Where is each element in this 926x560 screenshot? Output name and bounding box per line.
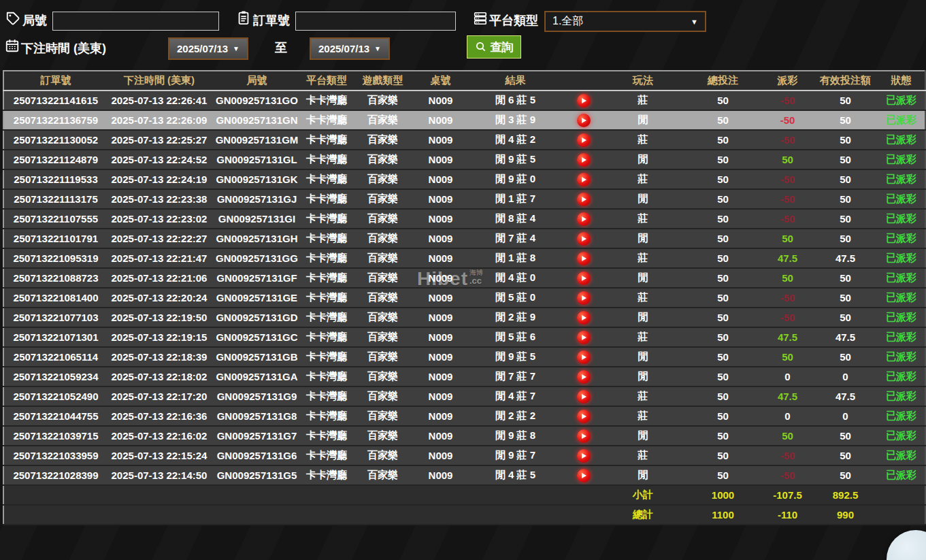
cell-table-no: N009 bbox=[415, 268, 466, 288]
table-row[interactable]: 250713221065114 2025-07-13 22:18:39 GN00… bbox=[3, 347, 925, 367]
play-replay-icon[interactable] bbox=[577, 232, 591, 246]
search-button[interactable]: 查詢 bbox=[467, 35, 521, 59]
play-replay-icon[interactable] bbox=[577, 252, 591, 265]
play-replay-icon[interactable] bbox=[577, 311, 591, 325]
status-badge: 已派彩 bbox=[878, 189, 925, 209]
grand-total-row: 總計 1100 -110 990 bbox=[3, 505, 925, 525]
play-replay-icon[interactable] bbox=[577, 133, 591, 147]
cell-bet-time: 2025-07-13 22:16:36 bbox=[108, 406, 211, 426]
play-replay-icon[interactable] bbox=[577, 370, 591, 384]
cell-payout: 50 bbox=[762, 268, 813, 288]
table-row[interactable]: 250713221141615 2025-07-13 22:26:41 GN00… bbox=[3, 90, 925, 110]
table-row[interactable]: 250713221059234 2025-07-13 22:18:02 GN00… bbox=[3, 367, 925, 386]
table-row[interactable]: 250713221077103 2025-07-13 22:19:50 GN00… bbox=[3, 308, 925, 327]
cell-table-no: N009 bbox=[415, 288, 466, 308]
play-replay-icon[interactable] bbox=[577, 114, 591, 127]
round-id-input[interactable] bbox=[52, 12, 219, 31]
cell-payout: -50 bbox=[762, 288, 813, 308]
table-row[interactable]: 250713221101791 2025-07-13 22:22:27 GN00… bbox=[3, 229, 925, 248]
cell-payout: 50 bbox=[762, 229, 813, 248]
table-row[interactable]: 250713221130052 2025-07-13 22:25:27 GN00… bbox=[3, 130, 925, 150]
cell-valid-bet: 47.5 bbox=[813, 327, 878, 347]
column-header-payout: 派彩 bbox=[762, 71, 813, 90]
cell-valid-bet: 50 bbox=[813, 268, 878, 288]
cell-replay bbox=[565, 130, 602, 150]
table-row[interactable]: 250713221071301 2025-07-13 22:19:15 GN00… bbox=[3, 327, 925, 347]
table-row[interactable]: 250713221119533 2025-07-13 22:24:19 GN00… bbox=[3, 169, 925, 189]
platform-type-select[interactable]: 1.全部 ▼ bbox=[544, 11, 706, 32]
table-row[interactable]: 250713221052490 2025-07-13 22:17:20 GN00… bbox=[3, 386, 925, 406]
cell-payout: -50 bbox=[762, 90, 813, 110]
play-replay-icon[interactable] bbox=[577, 390, 591, 403]
cell-valid-bet: 50 bbox=[813, 209, 878, 229]
cell-platform: 卡卡灣廳 bbox=[303, 288, 350, 308]
order-id-label: 訂單號 bbox=[253, 12, 290, 29]
cell-play-type: 閒 bbox=[602, 268, 684, 288]
play-triangle bbox=[582, 355, 586, 360]
play-replay-icon[interactable] bbox=[577, 94, 591, 108]
play-replay-icon[interactable] bbox=[577, 271, 591, 285]
cell-valid-bet: 50 bbox=[813, 229, 878, 248]
status-badge: 已派彩 bbox=[878, 229, 925, 248]
table-row[interactable]: 250713221081400 2025-07-13 22:20:24 GN00… bbox=[3, 288, 925, 308]
play-triangle bbox=[582, 236, 586, 242]
cell-order-id: 250713221033959 bbox=[3, 446, 108, 465]
cell-platform: 卡卡灣廳 bbox=[303, 189, 350, 209]
cell-order-id: 250713221077103 bbox=[3, 308, 108, 327]
cell-order-id: 250713221130052 bbox=[3, 130, 108, 150]
table-row[interactable]: 250713221124879 2025-07-13 22:24:52 GN00… bbox=[3, 150, 925, 169]
cell-total-bet: 50 bbox=[684, 426, 762, 446]
cell-play-type: 莊 bbox=[602, 327, 684, 347]
cell-result: 閒 5 莊 0 bbox=[466, 288, 565, 308]
date-from-select[interactable]: 2025/07/13 ▼ bbox=[168, 37, 248, 60]
table-row[interactable]: 250713221088723 2025-07-13 22:21:06 GN00… bbox=[3, 268, 925, 288]
cell-bet-time: 2025-07-13 22:26:41 bbox=[108, 90, 211, 110]
cell-round-id: GN009257131G6 bbox=[211, 446, 303, 465]
play-replay-icon[interactable] bbox=[577, 449, 591, 463]
play-replay-icon[interactable] bbox=[577, 193, 591, 206]
table-row[interactable]: 250713221136759 2025-07-13 22:26:09 GN00… bbox=[3, 110, 925, 130]
table-row[interactable]: 250713221113175 2025-07-13 22:23:38 GN00… bbox=[3, 189, 925, 209]
platform-type-label: 平台類型 bbox=[489, 12, 538, 29]
cell-game-type: 百家樂 bbox=[350, 150, 415, 169]
cell-replay bbox=[565, 406, 602, 426]
cell-table-no: N009 bbox=[415, 248, 466, 268]
cell-platform: 卡卡灣廳 bbox=[303, 406, 350, 426]
table-row[interactable]: 250713221033959 2025-07-13 22:15:24 GN00… bbox=[3, 446, 925, 465]
play-replay-icon[interactable] bbox=[577, 331, 591, 344]
play-replay-icon[interactable] bbox=[577, 469, 591, 482]
column-header-table-no: 桌號 bbox=[415, 71, 466, 90]
grand-total-valid-bet: 990 bbox=[813, 505, 878, 525]
play-replay-icon[interactable] bbox=[577, 350, 591, 364]
table-row[interactable]: 250713221039715 2025-07-13 22:16:02 GN00… bbox=[3, 426, 925, 446]
play-replay-icon[interactable] bbox=[577, 429, 591, 443]
table-row[interactable]: 250713221107555 2025-07-13 22:23:02 GN00… bbox=[3, 209, 925, 229]
play-replay-icon[interactable] bbox=[577, 212, 591, 226]
play-triangle bbox=[582, 137, 586, 143]
play-replay-icon[interactable] bbox=[577, 153, 591, 167]
cell-replay bbox=[565, 288, 602, 308]
cell-replay bbox=[565, 446, 602, 465]
column-header-total-bet: 總投注 bbox=[684, 71, 762, 90]
date-to-select[interactable]: 2025/07/13 ▼ bbox=[310, 37, 390, 60]
play-triangle bbox=[582, 157, 586, 163]
play-replay-icon[interactable] bbox=[577, 410, 591, 423]
table-row[interactable]: 250713221044755 2025-07-13 22:16:36 GN00… bbox=[3, 406, 925, 426]
floating-widget-button[interactable] bbox=[887, 530, 926, 560]
cell-round-id: GN009257131GC bbox=[211, 327, 303, 347]
cell-game-type: 百家樂 bbox=[350, 465, 415, 485]
cell-result: 閒 4 莊 2 bbox=[466, 130, 565, 150]
table-row[interactable]: 250713221095319 2025-07-13 22:21:47 GN00… bbox=[3, 248, 925, 268]
play-triangle bbox=[582, 98, 586, 103]
table-row[interactable]: 250713221028399 2025-07-13 22:14:50 GN00… bbox=[3, 465, 925, 485]
cell-table-no: N009 bbox=[415, 367, 466, 386]
cell-bet-time: 2025-07-13 22:15:24 bbox=[108, 446, 211, 465]
play-replay-icon[interactable] bbox=[577, 173, 591, 186]
cell-table-no: N009 bbox=[415, 110, 466, 130]
cell-total-bet: 50 bbox=[684, 150, 762, 169]
play-replay-icon[interactable] bbox=[577, 291, 591, 305]
order-id-input[interactable] bbox=[295, 12, 456, 31]
date-range-to-label: 至 bbox=[275, 39, 287, 56]
play-triangle bbox=[582, 433, 586, 439]
cell-result: 閒 5 莊 6 bbox=[466, 327, 565, 347]
